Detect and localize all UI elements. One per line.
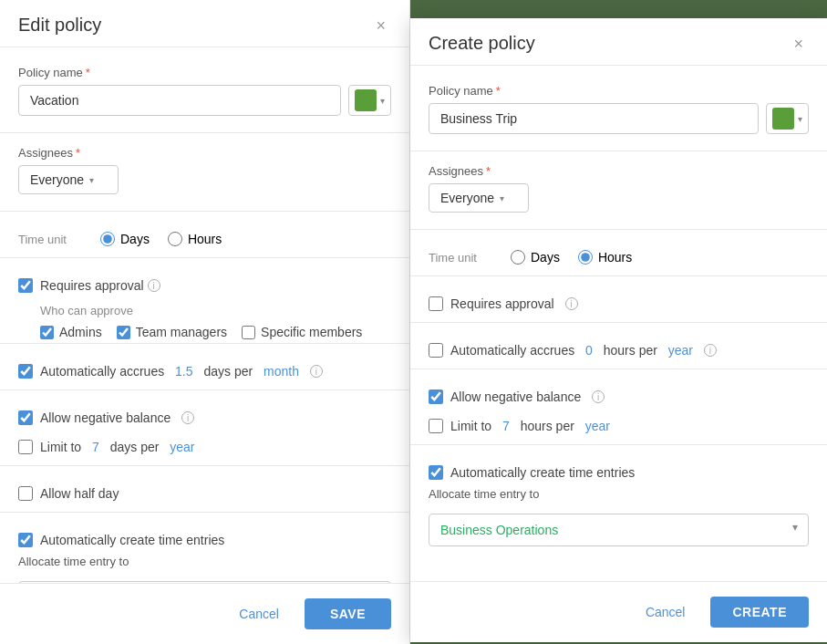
edit-approve-team-managers-checkbox[interactable] <box>117 326 130 339</box>
edit-hours-option[interactable]: Hours <box>168 232 222 246</box>
create-auto-accrues-info: i <box>704 344 717 357</box>
edit-auto-create-row: Automatically create time entries <box>18 525 391 555</box>
create-time-unit-row: Time unit Days Hours <box>429 243 809 272</box>
create-requires-approval-info: i <box>565 297 578 310</box>
create-divider-2 <box>410 229 827 230</box>
create-divider-3 <box>410 275 827 276</box>
create-policy-color-arrow: ▾ <box>798 114 802 124</box>
create-allow-negative-checkbox[interactable] <box>429 390 443 404</box>
edit-allow-half-day-row: Allow half day <box>18 479 391 508</box>
edit-hours-radio[interactable] <box>168 232 182 246</box>
create-policy-name-input-row: ▾ <box>429 103 809 134</box>
edit-allow-negative-label: Allow negative balance i <box>40 410 194 425</box>
create-policy-color-swatch <box>772 108 794 130</box>
create-divider-1 <box>410 151 827 151</box>
edit-approve-admins-checkbox[interactable] <box>40 326 54 339</box>
create-policy-footer: Cancel CREATE <box>410 581 827 642</box>
edit-divider-2 <box>0 211 409 212</box>
edit-assignees-group: Assignees * Everyone ▾ <box>18 146 391 194</box>
edit-auto-accrues-row: Automatically accrues 1.5 days per month… <box>18 357 391 386</box>
create-policy-modal: Create policy × Policy name * ▾ Assignee… <box>410 18 827 642</box>
edit-approve-specific-members-checkbox[interactable] <box>242 326 255 339</box>
create-days-radio[interactable] <box>511 250 525 265</box>
create-divider-6 <box>410 444 827 445</box>
create-assignees-label: Assignees * <box>429 164 809 178</box>
edit-policy-body: Policy name * ▾ Assignees * Everyone ▾ <box>0 47 409 583</box>
edit-cancel-button[interactable]: Cancel <box>224 598 294 629</box>
create-auto-create-row: Automatically create time entries <box>429 458 809 487</box>
create-hours-radio[interactable] <box>578 250 593 265</box>
create-requires-approval-checkbox[interactable] <box>429 296 443 311</box>
edit-approve-options: Admins Team managers Specific members <box>40 325 391 339</box>
edit-policy-name-input[interactable] <box>18 85 341 116</box>
edit-requires-approval-info: i <box>148 279 160 292</box>
create-policy-title: Create policy <box>429 33 535 54</box>
edit-allow-negative-row: Allow negative balance i <box>18 403 391 432</box>
edit-who-approve-section: Who can approve Admins Team managers Spe… <box>40 304 391 339</box>
create-limit-to-row: Limit to 7 hours per year <box>429 411 809 441</box>
create-policy-name-label: Policy name * <box>429 84 809 98</box>
create-hours-option[interactable]: Hours <box>578 250 632 265</box>
create-policy-close-button[interactable]: × <box>788 34 809 54</box>
edit-policy-color-picker[interactable]: ▾ <box>348 85 391 116</box>
edit-policy-color-swatch <box>355 89 377 111</box>
edit-auto-create-checkbox[interactable] <box>18 533 33 547</box>
create-limit-to-value: 7 <box>502 419 510 433</box>
edit-save-button[interactable]: SAVE <box>305 598 391 629</box>
edit-allocate-select[interactable]: Vacation <box>18 581 391 583</box>
create-assignees-required: * <box>486 164 491 178</box>
edit-assignees-dropdown[interactable]: Everyone ▾ <box>18 165 119 194</box>
create-divider-4 <box>410 322 827 323</box>
create-limit-to-label: Limit to 7 hours per year <box>450 419 610 433</box>
edit-who-approve-label: Who can approve <box>40 304 391 317</box>
create-assignees-dropdown[interactable]: Everyone ▾ <box>429 183 529 213</box>
edit-policy-name-label: Policy name * <box>18 66 391 79</box>
create-create-button[interactable]: CREATE <box>710 597 809 628</box>
edit-auto-accrues-checkbox[interactable] <box>18 364 33 379</box>
edit-allocate-label: Allocate time entry to <box>18 555 391 568</box>
create-policy-body: Policy name * ▾ Assignees * Everyone ▾ <box>410 66 827 581</box>
edit-days-radio[interactable] <box>100 232 115 246</box>
edit-limit-to-value: 7 <box>92 440 99 454</box>
edit-requires-approval-checkbox[interactable] <box>18 278 33 293</box>
create-auto-accrues-checkbox[interactable] <box>429 343 443 358</box>
edit-policy-name-input-row: ▾ <box>18 85 391 116</box>
edit-policy-title: Edit policy <box>18 15 101 36</box>
create-policy-name-input[interactable] <box>429 103 759 134</box>
edit-divider-1 <box>0 132 409 133</box>
create-limit-to-period: year <box>585 419 610 433</box>
edit-requires-approval-label: Requires approval i <box>40 278 160 293</box>
create-time-unit-label: Time unit <box>429 251 492 265</box>
create-days-option[interactable]: Days <box>511 250 560 265</box>
create-auto-accrues-row: Automatically accrues 0 hours per year i <box>429 336 809 365</box>
create-allocate-wrapper: Business Operations <box>429 506 809 546</box>
edit-allow-negative-checkbox[interactable] <box>18 410 33 425</box>
edit-divider-5 <box>0 390 409 390</box>
edit-days-option[interactable]: Days <box>100 232 150 246</box>
edit-policy-name-group: Policy name * ▾ <box>18 66 391 116</box>
create-allocate-label: Allocate time entry to <box>429 487 809 501</box>
create-cancel-button[interactable]: Cancel <box>631 597 700 628</box>
create-assignees-group: Assignees * Everyone ▾ <box>429 164 809 213</box>
edit-approve-admins-label: Admins <box>59 325 102 339</box>
edit-allow-half-day-label: Allow half day <box>40 486 119 501</box>
edit-allow-half-day-checkbox[interactable] <box>18 486 33 501</box>
create-auto-accrues-value: 0 <box>585 343 593 358</box>
create-allow-negative-label: Allow negative balance i <box>450 390 605 404</box>
edit-policy-close-button[interactable]: × <box>370 16 391 36</box>
create-policy-color-picker[interactable]: ▾ <box>766 103 809 134</box>
create-policy-name-required: * <box>496 84 501 98</box>
create-allocate-group: Allocate time entry to Business Operatio… <box>429 487 809 546</box>
edit-allow-negative-info: i <box>181 411 194 424</box>
create-allocate-select[interactable]: Business Operations <box>429 514 809 546</box>
edit-assignees-arrow: ▾ <box>89 175 94 185</box>
create-requires-approval-row: Requires approval i <box>429 289 809 318</box>
edit-auto-accrues-value: 1.5 <box>175 364 192 379</box>
edit-auto-accrues-period: month <box>264 364 299 379</box>
edit-policy-color-arrow: ▾ <box>380 96 385 106</box>
edit-policy-name-required: * <box>86 66 90 79</box>
edit-limit-to-checkbox[interactable] <box>18 440 33 454</box>
create-auto-create-checkbox[interactable] <box>429 465 443 480</box>
create-limit-to-checkbox[interactable] <box>429 419 443 433</box>
edit-requires-approval-row: Requires approval i <box>18 271 391 300</box>
